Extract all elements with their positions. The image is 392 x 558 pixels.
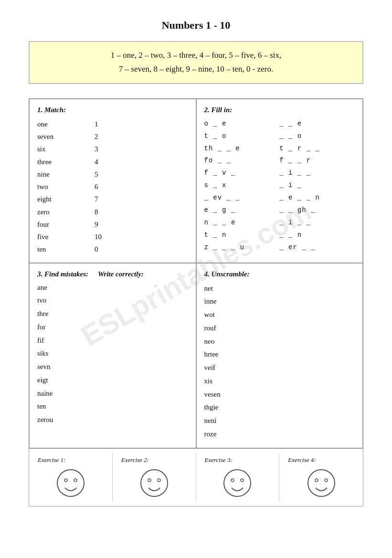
fill-col2-item: _ _ n	[279, 229, 355, 242]
exercise3-header: 3. Find mistakes: Write correctly:	[37, 270, 188, 278]
unscramble-word: neo	[204, 335, 355, 348]
unscramble-word: xis	[204, 375, 355, 388]
match-grid: one1seven2six3three4nine5two6eight7zero8…	[37, 118, 188, 256]
fill-col1-item: s _ x	[204, 179, 280, 192]
unscramble-word: net	[204, 282, 355, 295]
match-word: eight	[37, 193, 95, 205]
match-number: 1	[95, 118, 123, 130]
fill-col1-item: z _ _ _ u	[204, 242, 280, 254]
rating-cell-4: Exercise 4:	[279, 453, 363, 501]
exercise3-subtitle: Write correctly:	[98, 270, 144, 278]
fill-col1-item: fo _ _	[204, 155, 280, 167]
unscramble-word: wot	[204, 308, 355, 322]
unscramble-word: roze	[204, 428, 355, 441]
match-word: six	[37, 143, 95, 155]
svg-point-8	[241, 479, 244, 482]
fill-col2-item: f _ _ r	[279, 155, 355, 167]
fill-col1-item: t _ o	[204, 130, 280, 143]
mistake-word: eigt	[37, 374, 188, 387]
mistake-word: naine	[37, 387, 188, 400]
mistakes-section: anetvothreforfifsikssevneigtnainetenzero…	[37, 281, 188, 427]
unscramble-word: hrtee	[204, 348, 355, 361]
svg-point-3	[141, 470, 168, 496]
rating-cell-3: Exercise 3:	[196, 453, 280, 501]
fill-col1-item: n _ _ e	[204, 217, 280, 229]
match-number: 7	[95, 193, 123, 205]
rating-cell-1: Exercise 1:	[29, 453, 113, 501]
exercise1-cell: 1. Match: one1seven2six3three4nine5two6e…	[29, 99, 196, 263]
fill-col2-item: _ _ gh _	[279, 204, 355, 217]
exercise2-cell: 2. Fill in: o _ e_ _ et _ o_ _ oth _ _ e…	[196, 99, 363, 263]
match-number: 6	[95, 180, 123, 193]
intro-line2: 7 – seven, 8 – eight, 9 – nine, 10 – ten…	[39, 63, 353, 76]
fill-col1-item: o _ e	[204, 118, 280, 130]
svg-point-2	[74, 479, 77, 482]
svg-point-9	[308, 470, 335, 496]
unscramble-word: thgie	[204, 401, 355, 414]
match-word: seven	[37, 130, 95, 143]
mistake-word: sevn	[37, 360, 188, 374]
mistake-word: zerou	[37, 413, 188, 427]
svg-point-10	[315, 479, 318, 482]
mistake-word: fif	[37, 334, 188, 347]
fill-col2-item: _ i _ _	[279, 217, 355, 229]
mistake-word: for	[37, 321, 188, 334]
smiley-1	[55, 468, 86, 498]
mistake-word: tvo	[37, 294, 188, 307]
smiley-3	[222, 468, 253, 498]
mistake-word: siks	[37, 347, 188, 360]
smiley-4	[306, 468, 337, 498]
fill-col1-item: _ ev _ _	[204, 192, 280, 204]
mistake-word: thre	[37, 307, 188, 321]
svg-point-7	[231, 479, 234, 482]
fill-col2-item: _ e _ _ n	[279, 192, 355, 204]
fill-col2-item: t _ r _ _	[279, 143, 355, 155]
exercise2-title: 2. Fill in:	[204, 106, 355, 114]
match-number: 8	[95, 206, 123, 218]
match-word: three	[37, 156, 95, 168]
exercise3-title: 3. Find mistakes:	[37, 270, 88, 278]
exercise3-cell: 3. Find mistakes: Write correctly: anetv…	[29, 263, 196, 448]
unscramble-word: vesen	[204, 388, 355, 401]
unscramble-word: inne	[204, 295, 355, 308]
match-number: 9	[95, 218, 123, 231]
fill-col2-item: _ i _	[279, 179, 355, 192]
match-number: 0	[95, 243, 123, 255]
fill-col2-item: _ i _ _	[279, 167, 355, 179]
match-number: 10	[95, 231, 123, 243]
match-word: zero	[37, 206, 95, 218]
fill-col2-item: _ _ o	[279, 130, 355, 143]
svg-point-5	[158, 479, 160, 482]
rating-bar: Exercise 1: Exercise 2: Exercise 3: Exer…	[29, 449, 363, 506]
exercises-grid: 1. Match: one1seven2six3three4nine5two6e…	[29, 98, 363, 449]
fill-col2-item: _ _ e	[279, 118, 355, 130]
fill-col1-item: f _ v _	[204, 167, 280, 179]
match-word: two	[37, 180, 95, 193]
rating-label-4: Exercise 4:	[283, 456, 359, 464]
fill-col1-item: e _ g _	[204, 204, 280, 217]
unscramble-word: neni	[204, 414, 355, 428]
match-word: five	[37, 231, 95, 243]
unscramble-section: netinnewotroufneohrteeveifxisvesenthgien…	[204, 282, 355, 441]
rating-label-2: Exercise 2:	[117, 456, 192, 464]
unscramble-word: rouf	[204, 322, 355, 335]
match-number: 3	[95, 143, 123, 155]
page-title: Numbers 1 - 10	[29, 19, 363, 32]
rating-label-3: Exercise 3:	[200, 456, 275, 464]
fill-col1-item: t _ n	[204, 229, 280, 242]
mistake-word: ane	[37, 281, 188, 295]
smiley-2	[139, 468, 170, 498]
svg-point-6	[224, 470, 251, 496]
match-number: 5	[95, 168, 123, 180]
mistake-word: ten	[37, 400, 188, 413]
fill-col1-item: th _ _ e	[204, 143, 280, 155]
rating-cell-2: Exercise 2:	[113, 453, 196, 501]
svg-point-11	[325, 479, 328, 482]
fill-section: o _ e_ _ et _ o_ _ oth _ _ et _ r _ _fo …	[204, 118, 355, 254]
exercise1-title: 1. Match:	[37, 106, 188, 114]
exercises-wrapper: ESLprintables.com 1. Match: one1seven2si…	[29, 98, 363, 449]
match-word: four	[37, 218, 95, 231]
match-word: one	[37, 118, 95, 130]
svg-point-4	[148, 479, 151, 482]
intro-box: 1 – one, 2 – two, 3 – three, 4 – four, 5…	[29, 41, 363, 84]
